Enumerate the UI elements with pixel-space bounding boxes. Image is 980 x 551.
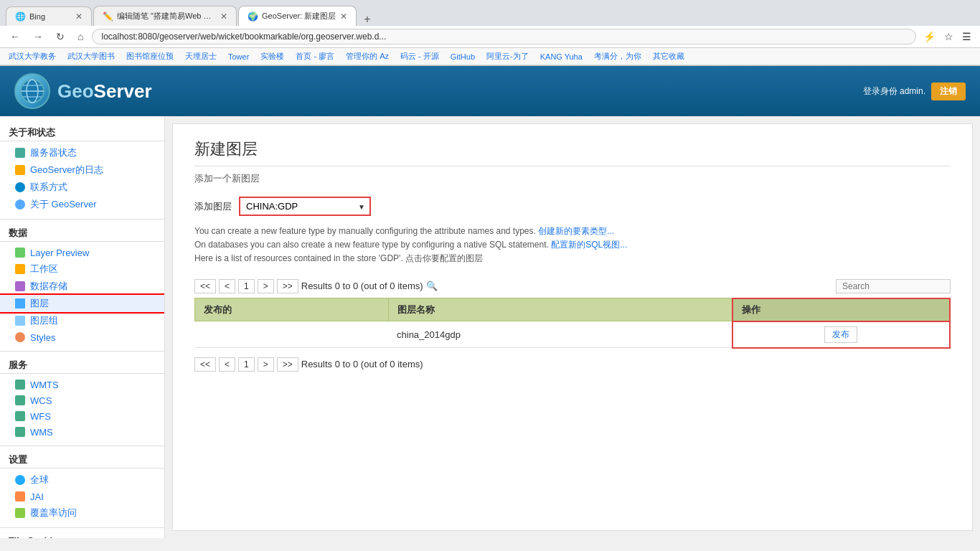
tab-bar: 🌐 Bing ✕ ✏️ 编辑随笔 "搭建简易Web G... ✕ 🌍 GeoSe… — [0, 0, 980, 26]
bookmark-12[interactable]: 考满分，为你 — [591, 50, 644, 62]
publish-button[interactable]: 发布 — [824, 326, 857, 343]
tab-bing[interactable]: 🌐 Bing ✕ — [6, 6, 92, 26]
results-text-bottom: Results 0 to 0 (out of 0 items) — [301, 359, 423, 369]
bookmark-6[interactable]: 首页 - 廖言 — [293, 50, 337, 62]
bookmarks-bar: 武汉大学教务 武汉大学图书 图书馆座位预 天堙居士 Tower 实验楼 首页 -… — [0, 48, 980, 65]
store-select[interactable]: CHINA:GDP — [240, 198, 369, 215]
home-button[interactable]: ⌂ — [73, 29, 88, 44]
col-header-published: 发布的 — [195, 298, 389, 321]
first-page-btn-bottom[interactable]: << — [194, 357, 216, 372]
info-line-3: Here is a list of resources contained in… — [194, 253, 483, 263]
current-page-btn-bottom[interactable]: 1 — [238, 357, 255, 372]
star-icon[interactable]: ☆ — [941, 29, 956, 44]
info-link-2[interactable]: 配置新的SQL视图... — [551, 240, 627, 250]
table-body: china_2014gdp 发布 — [195, 321, 951, 348]
preview-icon — [14, 247, 26, 258]
sidebar-item-workspace[interactable]: 工作区 — [0, 260, 164, 278]
sidebar-item-contact[interactable]: 联系方式 — [0, 179, 164, 196]
info-line-1: You can create a new feature type by man… — [194, 226, 536, 236]
sidebar-item-wms[interactable]: WMS — [0, 424, 164, 440]
logo-area: GeoServer — [14, 73, 152, 109]
next-page-btn-top[interactable]: > — [258, 279, 274, 293]
search-input[interactable] — [836, 279, 951, 293]
sidebar-section-title-settings: 设置 — [0, 451, 164, 468]
tab-geoserver[interactable]: 🌍 GeoServer: 新建图层 ✕ — [238, 6, 357, 26]
sidebar-item-layer-group[interactable]: 图层组 — [0, 312, 164, 329]
bookmark-11[interactable]: KANG Yuha — [537, 52, 585, 62]
prev-page-btn-top[interactable]: < — [219, 279, 235, 293]
sidebar-item-coverage[interactable]: 覆盖率访问 — [0, 504, 164, 522]
sidebar-item-global[interactable]: 全球 — [0, 471, 164, 489]
extensions-icon[interactable]: ⚡ — [920, 29, 938, 44]
add-layer-label: 添加图层 — [194, 200, 232, 213]
last-page-btn-bottom[interactable]: >> — [277, 357, 298, 372]
tab-title-geoserver: GeoServer: 新建图层 — [262, 11, 336, 22]
wms-icon — [14, 426, 26, 438]
tab-close-bing[interactable]: ✕ — [75, 11, 83, 22]
tab-editor[interactable]: ✏️ 编辑随笔 "搭建简易Web G... ✕ — [93, 6, 237, 26]
style-icon — [14, 331, 26, 343]
bookmark-7[interactable]: 管理你的 Az — [343, 50, 392, 62]
sidebar-item-styles[interactable]: Styles — [0, 329, 164, 345]
tab-close-editor[interactable]: ✕ — [220, 11, 227, 22]
sidebar-item-geoserver-log[interactable]: GeoServer的日志 — [0, 161, 164, 179]
bookmark-13[interactable]: 其它收藏 — [650, 50, 687, 62]
back-button[interactable]: ← — [6, 29, 24, 44]
bookmark-3[interactable]: 天堙居士 — [182, 50, 220, 62]
table-header-row: 发布的 图层名称 操作 — [195, 298, 951, 321]
logo-icon — [14, 73, 50, 109]
browser-chrome: 🌐 Bing ✕ ✏️ 编辑随笔 "搭建简易Web G... ✕ 🌍 GeoSe… — [0, 0, 980, 66]
col-header-layer-name: 图层名称 — [388, 298, 732, 321]
sidebar-item-about[interactable]: 关于 GeoServer — [0, 196, 164, 213]
new-tab-button[interactable]: + — [358, 13, 376, 26]
sidebar-section-services: 服务 WMTS WCS WFS WMS — [0, 356, 164, 440]
sidebar-item-layer[interactable]: 图层 — [0, 295, 164, 312]
sidebar-section-settings: 设置 全球 JAI 覆盖率访问 — [0, 451, 164, 522]
wcs-icon — [14, 395, 26, 406]
login-info: 登录身份 admin. — [863, 85, 925, 98]
sidebar-item-store[interactable]: 数据存储 — [0, 278, 164, 295]
bookmark-8[interactable]: 码云 - 开源 — [397, 50, 442, 62]
bookmark-2[interactable]: 图书馆座位预 — [123, 50, 176, 62]
logout-button[interactable]: 注销 — [931, 83, 966, 100]
results-text-top: Results 0 to 0 (out of 0 items) — [301, 281, 423, 291]
sidebar-item-jai[interactable]: JAI — [0, 489, 164, 504]
search-icon: 🔍 — [426, 281, 438, 291]
wfs-icon — [14, 410, 26, 422]
store-select-wrapper: CHINA:GDP ▼ — [239, 197, 371, 216]
last-page-btn-top[interactable]: >> — [277, 279, 298, 293]
main-area: 关于和状态 服务器状态 GeoServer的日志 联系方式 关于 GeoServ… — [0, 116, 980, 538]
bookmark-9[interactable]: GitHub — [448, 52, 478, 62]
sidebar-item-wmts[interactable]: WMTS — [0, 377, 164, 392]
reload-button[interactable]: ↻ — [52, 29, 69, 44]
table-row: china_2014gdp 发布 — [195, 321, 951, 348]
bookmark-1[interactable]: 武汉大学图书 — [65, 50, 118, 62]
first-page-btn-top[interactable]: << — [194, 279, 216, 293]
cell-published — [195, 321, 389, 348]
wmts-icon — [14, 379, 26, 390]
sidebar-item-wfs[interactable]: WFS — [0, 408, 164, 424]
info-link-1[interactable]: 创建新的要素类型... — [538, 226, 614, 236]
address-bar[interactable] — [92, 29, 916, 44]
prev-page-btn-bottom[interactable]: < — [219, 357, 235, 372]
sidebar-item-server-status[interactable]: 服务器状态 — [0, 144, 164, 161]
sidebar-section-title-data: 数据 — [0, 224, 164, 242]
forward-button[interactable]: → — [29, 29, 47, 44]
bookmark-5[interactable]: 实验楼 — [258, 50, 287, 62]
tab-close-geoserver[interactable]: ✕ — [340, 11, 347, 22]
sidebar-item-wcs[interactable]: WCS — [0, 392, 164, 408]
sidebar-section-about: 关于和状态 服务器状态 GeoServer的日志 联系方式 关于 GeoServ… — [0, 123, 164, 213]
site-header: GeoServer 登录身份 admin. 注销 — [0, 66, 980, 116]
current-page-btn-top[interactable]: 1 — [238, 279, 255, 293]
menu-icon[interactable]: ☰ — [959, 29, 974, 44]
layer-icon — [14, 298, 26, 309]
top-pagination: << < 1 > >> Results 0 to 0 (out of 0 ite… — [194, 275, 951, 298]
nav-bar: ← → ↻ ⌂ ⚡ ☆ ☰ — [0, 26, 980, 48]
coverage-icon — [14, 507, 26, 519]
logo-geo: Geo — [57, 80, 94, 102]
bookmark-10[interactable]: 阿里云-为了 — [484, 50, 532, 62]
sidebar-item-layer-preview[interactable]: Layer Preview — [0, 245, 164, 260]
next-page-btn-bottom[interactable]: > — [258, 357, 274, 372]
bookmark-4[interactable]: Tower — [225, 52, 252, 62]
bookmark-0[interactable]: 武汉大学教务 — [6, 50, 59, 62]
